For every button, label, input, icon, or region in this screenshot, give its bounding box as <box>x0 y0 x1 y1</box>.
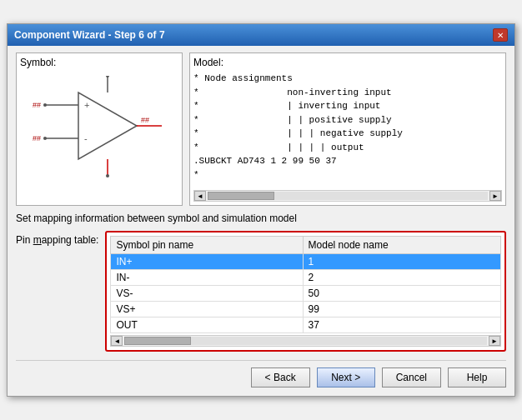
svg-point-12 <box>43 137 47 140</box>
symbol-label: Symbol: <box>20 57 178 68</box>
pin-name-cell: OUT <box>111 318 303 333</box>
pin-table: Symbol pin name Model node name IN+1IN-2… <box>110 236 501 333</box>
window-title: Component Wizard - Step 6 of 7 <box>14 29 165 41</box>
pin-mapping-section: Pin mapping table: Symbol pin name Model… <box>16 231 506 352</box>
model-label: Model: <box>193 57 502 68</box>
pin-table-container: Symbol pin name Model node name IN+1IN-2… <box>105 231 506 352</box>
symbol-panel: Symbol: <box>16 52 183 206</box>
top-panels: Symbol: <box>16 52 506 206</box>
scrollbar-track <box>208 192 488 200</box>
svg-text:##: ## <box>33 101 41 109</box>
pin-name-cell: IN+ <box>111 254 303 270</box>
pin-scroll-left-btn[interactable]: ◄ <box>111 336 123 346</box>
pin-name-cell: VS+ <box>111 302 303 318</box>
svg-point-13 <box>106 76 109 78</box>
pin-scrollbar-thumb[interactable] <box>124 337 191 345</box>
col-symbol-pin: Symbol pin name <box>111 237 303 254</box>
scroll-left-btn[interactable]: ◄ <box>194 191 206 201</box>
scroll-right-btn[interactable]: ► <box>489 191 501 201</box>
node-name-cell: 37 <box>303 318 500 333</box>
symbol-area: + - ## ## ## <box>20 72 178 188</box>
col-model-node: Model node name <box>303 237 500 254</box>
table-row[interactable]: OUT37 <box>111 318 501 333</box>
model-scrollbar[interactable]: ◄ ► <box>193 190 502 202</box>
next-button[interactable]: Next > <box>317 368 375 388</box>
title-bar-controls: ✕ <box>493 28 508 42</box>
table-row[interactable]: VS-50 <box>111 286 501 302</box>
component-wizard-window: Component Wizard - Step 6 of 7 ✕ Symbol: <box>7 23 515 397</box>
node-name-cell: 1 <box>303 254 500 270</box>
cancel-button[interactable]: Cancel <box>382 368 441 388</box>
pin-mapping-label: Pin mapping table: <box>16 231 98 246</box>
window-body: Symbol: <box>8 46 514 396</box>
help-button[interactable]: Help <box>448 368 506 388</box>
model-panel: Model: * Node assignments * non-invertin… <box>189 52 506 206</box>
pin-name-cell: IN- <box>111 270 303 286</box>
pin-table-body: IN+1IN-2VS-50VS+99OUT37 <box>111 254 501 333</box>
svg-text:-: - <box>84 133 88 143</box>
scrollbar-thumb[interactable] <box>208 192 274 200</box>
opamp-diagram: + - ## ## ## <box>33 76 166 184</box>
table-row[interactable]: IN+1 <box>111 254 501 270</box>
pin-table-scrollbar[interactable]: ◄ ► <box>110 335 501 347</box>
title-bar: Component Wizard - Step 6 of 7 ✕ <box>8 24 514 46</box>
svg-text:##: ## <box>141 116 149 124</box>
back-button[interactable]: < Back <box>251 368 310 388</box>
node-name-cell: 2 <box>303 270 500 286</box>
bottom-buttons: < Back Next > Cancel Help <box>16 360 506 388</box>
mapping-info: Set mapping information between symbol a… <box>16 212 506 224</box>
svg-text:##: ## <box>33 134 41 142</box>
svg-point-11 <box>43 103 47 107</box>
node-name-cell: 50 <box>303 286 500 302</box>
pin-scroll-right-btn[interactable]: ► <box>489 336 500 346</box>
node-name-cell: 99 <box>303 302 500 318</box>
close-button[interactable]: ✕ <box>493 28 508 42</box>
model-text: * Node assignments * non-inverting input… <box>193 72 502 188</box>
table-row[interactable]: IN-2 <box>111 270 501 286</box>
table-row[interactable]: VS+99 <box>111 302 501 318</box>
table-header-row: Symbol pin name Model node name <box>111 237 501 254</box>
svg-text:+: + <box>84 100 89 110</box>
pin-name-cell: VS- <box>111 286 303 302</box>
svg-point-14 <box>106 174 109 178</box>
pin-scrollbar-track <box>124 337 487 345</box>
